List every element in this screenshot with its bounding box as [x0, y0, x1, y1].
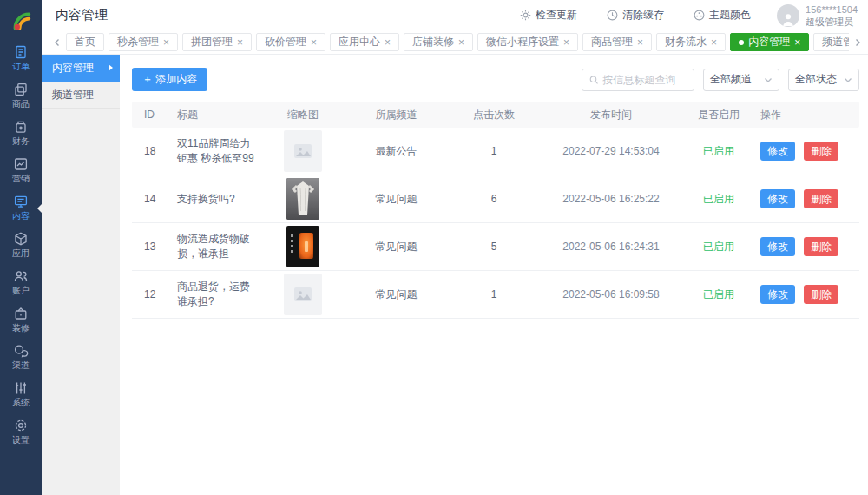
cell-channel: 常见问题 — [346, 192, 446, 207]
cell-clicks: 5 — [446, 241, 542, 253]
title-search-input[interactable] — [602, 74, 687, 86]
delete-button[interactable]: 删除 — [804, 285, 838, 304]
content-area: 内容管理 频道管理 ＋ 添加内容 — [42, 55, 868, 495]
apps-cube-icon — [13, 231, 29, 247]
sidebar-item-finance[interactable]: 财务 — [0, 115, 42, 152]
close-icon[interactable]: × — [794, 37, 800, 48]
tabs-scroll-right-icon[interactable] — [849, 38, 866, 47]
edit-button[interactable]: 修改 — [760, 285, 795, 304]
tab-bargain[interactable]: 砍价管理 × — [256, 33, 326, 51]
cell-channel: 最新公告 — [346, 144, 446, 159]
close-icon[interactable]: × — [385, 37, 391, 48]
cell-published: 2022-05-06 16:25:22 — [542, 193, 681, 205]
clock-icon — [607, 10, 618, 21]
clear-cache-button[interactable]: 清除缓存 — [607, 8, 664, 23]
submenu-label: 频道管理 — [52, 88, 94, 102]
tab-app-center[interactable]: 应用中心 × — [330, 33, 399, 51]
tab-label: 首页 — [75, 35, 95, 50]
cell-clicks: 1 — [446, 145, 542, 157]
tab-content-management[interactable]: 内容管理 × — [730, 33, 809, 51]
sidebar-item-system[interactable]: 系统 — [0, 376, 42, 413]
table-row: 13 物流造成货物破损，谁承担 — [132, 223, 859, 271]
sidebar-item-decoration[interactable]: 装修 — [0, 301, 42, 339]
submenu-item-content-management[interactable]: 内容管理 — [42, 55, 120, 82]
tab-finance-flow[interactable]: 财务流水 × — [656, 33, 726, 51]
close-icon[interactable]: × — [311, 37, 317, 48]
sidebar-item-channel[interactable]: 渠道 — [0, 339, 42, 376]
user-name: 156****1504 — [806, 4, 858, 15]
sidebar-item-label: 订单 — [12, 62, 30, 72]
tab-channel-management[interactable]: 频道管理 × — [813, 33, 849, 51]
close-icon[interactable]: × — [163, 37, 169, 48]
tab-goods-management[interactable]: 商品管理 × — [582, 33, 652, 51]
cell-title: 支持换货吗? — [174, 192, 260, 207]
white-shirt-photo-thumbnail — [286, 178, 319, 220]
check-update-button[interactable]: 检查更新 — [520, 8, 577, 23]
tab-group-buy[interactable]: 拼团管理 × — [182, 33, 252, 51]
sidebar-item-marketing[interactable]: 营销 — [0, 152, 42, 189]
close-icon[interactable]: × — [711, 37, 717, 48]
cell-id: 12 — [132, 288, 174, 300]
chevron-down-icon — [764, 76, 773, 84]
submenu-label: 内容管理 — [52, 61, 94, 76]
tab-flash-sale[interactable]: 秒杀管理 × — [108, 33, 178, 51]
tab-shop-decoration[interactable]: 店铺装修 × — [404, 33, 473, 51]
tab-home[interactable]: 首页 — [66, 33, 104, 51]
delete-button[interactable]: 删除 — [804, 142, 838, 161]
sidebar-item-label: 营销 — [12, 174, 30, 184]
col-header-enabled: 是否启用 — [681, 108, 757, 122]
cell-channel: 常见问题 — [346, 287, 446, 302]
sidebar-item-orders[interactable]: 订单 — [0, 40, 42, 77]
open-tabs-bar: 首页 秒杀管理 × 拼团管理 × 砍价管理 × 应用中心 × — [42, 30, 868, 55]
tab-label: 店铺装修 — [412, 35, 454, 50]
cell-channel: 常见问题 — [346, 240, 446, 254]
close-icon[interactable]: × — [237, 37, 243, 48]
sidebar-item-label: 设置 — [12, 435, 30, 446]
close-icon[interactable]: × — [458, 37, 464, 48]
delete-button[interactable]: 删除 — [804, 189, 838, 208]
edit-button[interactable]: 修改 — [760, 237, 795, 256]
edit-button[interactable]: 修改 — [760, 142, 795, 161]
sidebar-item-settings[interactable]: 设置 — [0, 413, 42, 451]
secondary-sidebar: 内容管理 频道管理 — [42, 55, 120, 495]
active-tab-dot-icon — [739, 40, 744, 45]
edit-button[interactable]: 修改 — [760, 189, 795, 208]
status-filter-select[interactable]: 全部状态 — [788, 69, 859, 91]
app-logo[interactable] — [0, 0, 42, 40]
avatar — [777, 4, 799, 27]
content-screen-icon — [13, 194, 29, 209]
sidebar-item-goods[interactable]: 商品 — [0, 77, 42, 115]
sidebar-item-label: 装修 — [12, 323, 30, 333]
channel-chat-icon — [13, 343, 29, 359]
tabs-scroll-left-icon[interactable] — [49, 38, 66, 47]
sidebar-item-label: 商品 — [12, 99, 30, 109]
sidebar-item-label: 财务 — [12, 136, 30, 147]
check-update-label: 检查更新 — [536, 8, 577, 23]
cell-title: 双11品牌周给力钜惠 秒杀低至99 — [174, 136, 260, 166]
sidebar-item-apps[interactable]: 应用 — [0, 227, 42, 264]
channel-filter-select[interactable]: 全部频道 — [703, 69, 779, 91]
col-header-actions: 操作 — [757, 108, 859, 122]
sidebar-item-account[interactable]: 账户 — [0, 264, 42, 301]
tab-label: 内容管理 — [748, 35, 790, 50]
theme-color-button[interactable]: 主题颜色 — [694, 8, 751, 23]
cell-id: 18 — [132, 145, 174, 157]
marketing-chart-icon — [13, 156, 29, 172]
admin-app: 订单 商品 财务 营销 内容 — [0, 0, 868, 495]
sidebar-item-content[interactable]: 内容 — [0, 189, 42, 227]
tab-label: 拼团管理 — [191, 35, 233, 50]
tab-label: 砍价管理 — [265, 35, 306, 50]
delete-button[interactable]: 删除 — [804, 237, 838, 256]
close-icon[interactable]: × — [637, 37, 643, 48]
tab-wechat-miniprogram-settings[interactable]: 微信小程序设置 × — [477, 33, 578, 51]
system-sliders-icon — [13, 380, 29, 396]
add-content-button[interactable]: ＋ 添加内容 — [132, 68, 207, 91]
col-header-channel: 所属频道 — [346, 108, 446, 122]
close-icon[interactable]: × — [563, 37, 569, 48]
user-menu[interactable]: 156****1504 超级管理员 — [777, 4, 858, 27]
decoration-panel-icon — [13, 306, 29, 321]
submenu-item-channel-management[interactable]: 频道管理 — [42, 82, 120, 109]
channel-filter-value: 全部频道 — [710, 72, 752, 87]
top-header: 内容管理 检查更新 清除缓存 — [42, 0, 868, 30]
tab-label: 商品管理 — [591, 35, 633, 50]
